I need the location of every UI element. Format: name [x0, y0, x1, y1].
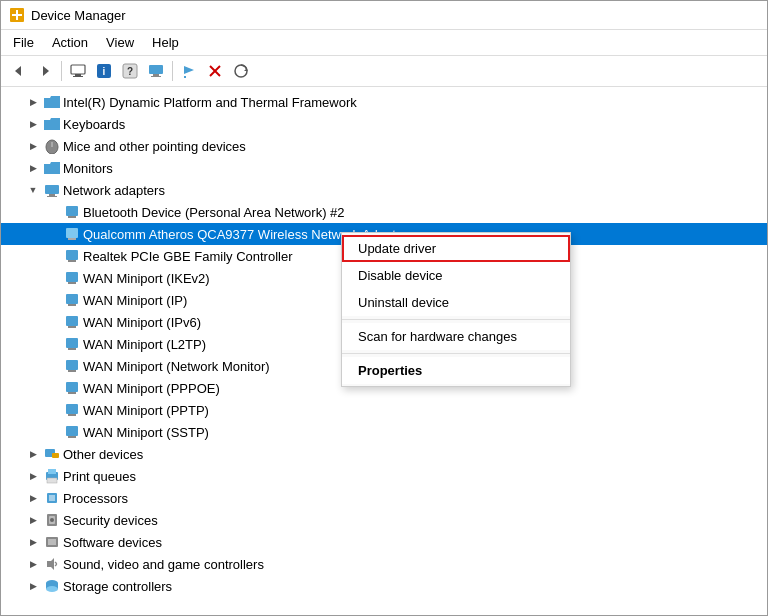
- menu-view[interactable]: View: [98, 32, 142, 53]
- expander-other[interactable]: [25, 446, 41, 462]
- svg-rect-42: [66, 382, 78, 392]
- svg-rect-38: [66, 338, 78, 348]
- network-device-icon-wan-ipv6: [64, 314, 80, 330]
- menu-action[interactable]: Action: [44, 32, 96, 53]
- svg-rect-35: [68, 304, 76, 306]
- window-title: Device Manager: [31, 8, 126, 23]
- expander-network[interactable]: [25, 182, 41, 198]
- svg-rect-5: [71, 65, 85, 74]
- expander-keyboards[interactable]: [25, 116, 41, 132]
- keyboards-label: Keyboards: [63, 117, 125, 132]
- sound-label: Sound, video and game controllers: [63, 557, 264, 572]
- menu-help[interactable]: Help: [144, 32, 187, 53]
- expander-storage[interactable]: [25, 578, 41, 594]
- tree-item-sound[interactable]: Sound, video and game controllers: [1, 553, 767, 575]
- svg-rect-41: [68, 370, 76, 372]
- flag-button[interactable]: [177, 59, 201, 83]
- svg-rect-6: [75, 74, 81, 76]
- network-device-icon-qualcomm: [64, 226, 80, 242]
- context-menu-properties[interactable]: Properties: [342, 357, 570, 384]
- monitor-button[interactable]: [144, 59, 168, 83]
- svg-rect-44: [66, 404, 78, 414]
- svg-rect-40: [66, 360, 78, 370]
- tree-item-processors[interactable]: Processors: [1, 487, 767, 509]
- svg-rect-15: [184, 76, 186, 78]
- wan-sstp-label: WAN Miniport (SSTP): [83, 425, 209, 440]
- tree-item-storage[interactable]: Storage controllers: [1, 575, 767, 597]
- window-icon: [9, 7, 25, 23]
- svg-point-63: [46, 586, 58, 592]
- tree-item-monitors[interactable]: Monitors: [1, 157, 767, 179]
- expander-intel[interactable]: [25, 94, 41, 110]
- menu-bar: File Action View Help: [1, 30, 767, 56]
- expander-monitors[interactable]: [25, 160, 41, 176]
- mice-label: Mice and other pointing devices: [63, 139, 246, 154]
- intel-label: Intel(R) Dynamic Platform and Thermal Fr…: [63, 95, 357, 110]
- svg-rect-14: [151, 76, 161, 77]
- tree-item-print[interactable]: Print queues: [1, 465, 767, 487]
- context-menu-uninstall-device[interactable]: Uninstall device: [342, 289, 570, 316]
- svg-marker-20: [244, 68, 247, 71]
- expander-mice[interactable]: [25, 138, 41, 154]
- device-manager-window: Device Manager File Action View Help i: [0, 0, 768, 616]
- back-button[interactable]: [7, 59, 31, 83]
- monitors-label: Monitors: [63, 161, 113, 176]
- svg-rect-33: [68, 282, 76, 284]
- network-device-icon-wan-sstp: [64, 424, 80, 440]
- tree-item-wan-sstp[interactable]: WAN Miniport (SSTP): [1, 421, 767, 443]
- print-label: Print queues: [63, 469, 136, 484]
- svg-rect-13: [153, 74, 159, 76]
- context-menu-sep-2: [342, 353, 570, 354]
- expander-software[interactable]: [25, 534, 41, 550]
- storage-label: Storage controllers: [63, 579, 172, 594]
- tree-item-mice[interactable]: Mice and other pointing devices: [1, 135, 767, 157]
- context-menu-scan[interactable]: Scan for hardware changes: [342, 323, 570, 350]
- wan-ipv6-label: WAN Miniport (IPv6): [83, 315, 201, 330]
- expander-security[interactable]: [25, 512, 41, 528]
- tree-item-software[interactable]: Software devices: [1, 531, 767, 553]
- tree-item-security[interactable]: Security devices: [1, 509, 767, 531]
- tree-item-other[interactable]: Other devices: [1, 443, 767, 465]
- svg-rect-26: [66, 206, 78, 216]
- wan-pptp-label: WAN Miniport (PPTP): [83, 403, 209, 418]
- context-menu-disable-device[interactable]: Disable device: [342, 262, 570, 289]
- tree-item-network[interactable]: Network adapters: [1, 179, 767, 201]
- expander-print[interactable]: [25, 468, 41, 484]
- help-button[interactable]: ?: [118, 59, 142, 83]
- security-label: Security devices: [63, 513, 158, 528]
- context-menu-update-driver[interactable]: Update driver: [342, 235, 570, 262]
- tree-item-wan-pptp[interactable]: WAN Miniport (PPTP): [1, 399, 767, 421]
- tree-item-intel[interactable]: Intel(R) Dynamic Platform and Thermal Fr…: [1, 91, 767, 113]
- svg-rect-23: [45, 185, 59, 194]
- forward-button[interactable]: [33, 59, 57, 83]
- tree-item-bluetooth[interactable]: Bluetooth Device (Personal Area Network)…: [1, 201, 767, 223]
- tree-content[interactable]: Intel(R) Dynamic Platform and Thermal Fr…: [1, 87, 767, 615]
- menu-file[interactable]: File: [5, 32, 42, 53]
- tree-item-keyboards[interactable]: Keyboards: [1, 113, 767, 135]
- svg-rect-29: [68, 238, 76, 240]
- delete-button[interactable]: [203, 59, 227, 83]
- context-menu: Update driver Disable device Uninstall d…: [341, 232, 571, 387]
- svg-rect-34: [66, 294, 78, 304]
- network-label: Network adapters: [63, 183, 165, 198]
- svg-rect-32: [66, 272, 78, 282]
- folder-icon-keyboards: [44, 116, 60, 132]
- computer-button[interactable]: [66, 59, 90, 83]
- info-button[interactable]: i: [92, 59, 116, 83]
- refresh-button[interactable]: [229, 59, 253, 83]
- wan-pppoe-label: WAN Miniport (PPPOE): [83, 381, 220, 396]
- svg-rect-24: [49, 194, 55, 196]
- other-label: Other devices: [63, 447, 143, 462]
- svg-rect-51: [48, 469, 56, 474]
- network-device-icon-wan-pppoe: [64, 380, 80, 396]
- svg-text:?: ?: [127, 66, 133, 77]
- storage-icon: [44, 578, 60, 594]
- svg-rect-52: [47, 478, 57, 483]
- expander-sound[interactable]: [25, 556, 41, 572]
- security-icon: [44, 512, 60, 528]
- expander-processors[interactable]: [25, 490, 41, 506]
- svg-rect-27: [68, 216, 76, 218]
- svg-text:i: i: [103, 66, 106, 77]
- svg-rect-39: [68, 348, 76, 350]
- bluetooth-label: Bluetooth Device (Personal Area Network)…: [83, 205, 345, 220]
